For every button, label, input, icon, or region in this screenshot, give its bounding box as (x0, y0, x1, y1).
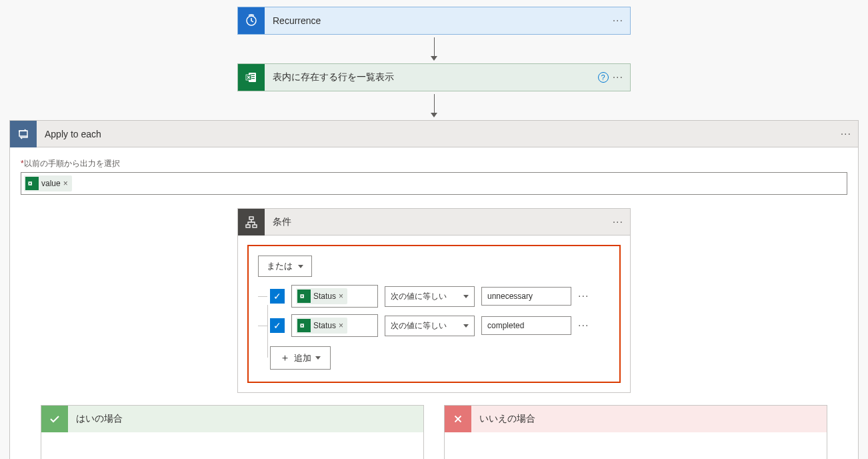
help-icon[interactable]: ? (598, 72, 609, 83)
row-checkbox[interactable]: ✓ (270, 289, 285, 304)
condition-row: ✓ Status × 次の値に等しい (270, 285, 610, 308)
condition-menu[interactable]: ··· (613, 216, 623, 228)
clock-icon (238, 7, 265, 34)
condition-field-input[interactable]: Status × (291, 285, 378, 308)
if-no-header[interactable]: いいえの場合 (445, 406, 827, 432)
row-checkbox[interactable]: ✓ (270, 318, 285, 333)
condition-header[interactable]: 条件 ··· (238, 209, 630, 236)
plus-icon: ＋ (280, 352, 290, 364)
status-token[interactable]: Status × (296, 318, 347, 334)
output-field-label: *以前の手順から出力を選択 (21, 158, 847, 169)
if-no-title: いいえの場合 (471, 413, 535, 425)
excel-icon (238, 64, 265, 91)
add-condition-button[interactable]: ＋ 追加 (270, 346, 331, 370)
chevron-down-icon (463, 295, 469, 298)
group-operator-select[interactable]: または (258, 256, 312, 277)
recurrence-menu[interactable]: ··· (613, 15, 623, 27)
condition-field-input[interactable]: Status × (291, 314, 378, 337)
if-yes-header[interactable]: はいの場合 (41, 406, 423, 432)
output-select-input[interactable]: value × (21, 172, 847, 195)
apply-to-each-header[interactable]: Apply to each ··· (10, 121, 858, 147)
arrow-icon (0, 37, 868, 61)
arrow-icon (0, 94, 868, 117)
excel-list-rows-step[interactable]: 表内に存在する行を一覧表示 ? ··· (237, 63, 631, 91)
excel-menu[interactable]: ··· (613, 71, 623, 83)
row-menu[interactable]: ··· (578, 290, 589, 302)
apply-each-menu[interactable]: ··· (841, 128, 851, 140)
condition-title: 条件 (265, 216, 613, 228)
recurrence-title: Recurrence (265, 15, 613, 26)
apply-to-each-container: Apply to each ··· *以前の手順から出力を選択 value × (9, 120, 859, 459)
svg-rect-8 (249, 217, 253, 219)
loop-icon (10, 121, 37, 147)
remove-token[interactable]: × (63, 179, 68, 188)
condition-highlight: または ✓ Status × (247, 245, 621, 383)
if-yes-branch: はいの場合 操作を選択してください × (41, 405, 424, 459)
status-token[interactable]: Status × (296, 288, 347, 304)
value-token[interactable]: value × (24, 175, 72, 191)
check-icon (41, 406, 68, 432)
operator-select[interactable]: 次の値に等しい (385, 286, 475, 307)
svg-rect-6 (19, 131, 27, 136)
chevron-down-icon (298, 265, 303, 268)
excel-icon (25, 177, 39, 190)
if-yes-title: はいの場合 (68, 413, 123, 425)
recurrence-step[interactable]: Recurrence ··· (237, 7, 631, 35)
svg-rect-9 (246, 225, 250, 227)
row-menu[interactable]: ··· (578, 320, 589, 332)
operator-select[interactable]: 次の値に等しい (385, 316, 475, 336)
branch-icon (238, 209, 265, 236)
chevron-down-icon (315, 356, 321, 360)
apply-to-each-title: Apply to each (37, 129, 841, 139)
svg-rect-10 (253, 225, 257, 227)
value-input[interactable]: completed (481, 316, 571, 335)
excel-icon (297, 319, 311, 332)
excel-step-title: 表内に存在する行を一覧表示 (265, 71, 598, 83)
condition-step: 条件 ··· または ✓ (237, 208, 631, 393)
x-icon (445, 406, 471, 432)
if-no-branch: いいえの場合 (444, 405, 827, 459)
chevron-down-icon (463, 324, 469, 328)
excel-icon (297, 290, 311, 303)
value-input[interactable]: unnecessary (481, 287, 571, 306)
condition-row: ✓ Status × 次の値に等しい (270, 314, 610, 337)
remove-token[interactable]: × (339, 321, 343, 330)
token-label: value (41, 179, 61, 188)
remove-token[interactable]: × (339, 292, 343, 301)
